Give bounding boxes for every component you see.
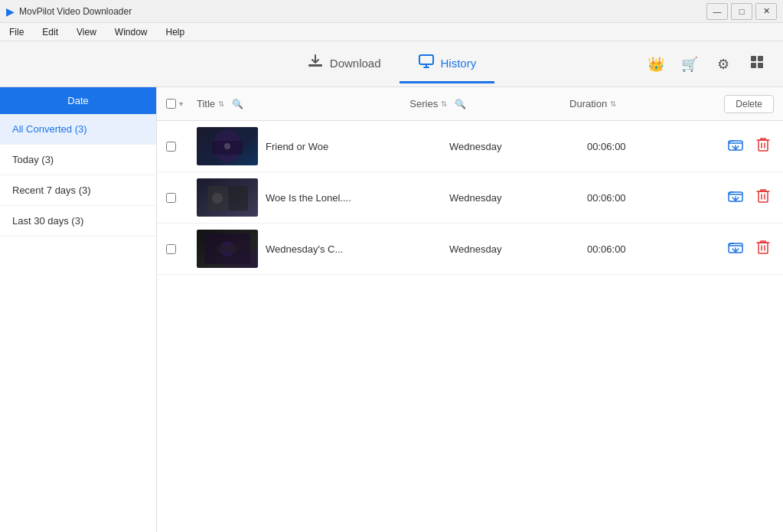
trash-icon (756, 137, 770, 155)
header-check: ▾ (166, 99, 197, 109)
row-3-checkbox[interactable] (166, 244, 176, 254)
close-button[interactable]: ✕ (755, 3, 777, 20)
svg-rect-11 (759, 140, 768, 151)
title-sort-icon[interactable]: ⇅ (218, 100, 224, 108)
settings-button[interactable]: ⚙ (710, 51, 737, 78)
row-3-series: Wednesday (449, 243, 587, 255)
menu-view[interactable]: View (73, 25, 100, 39)
table-row: Woe Is the Lonel.... Wednesday 00:06:00 (157, 172, 783, 224)
folder-open-icon (728, 137, 743, 155)
row-1-delete-button[interactable] (752, 135, 774, 157)
header-title: Title ⇅ 🔍 (197, 98, 409, 109)
download-icon (307, 53, 324, 73)
row-1-title: Friend or Woe (266, 141, 449, 152)
title-bar-left: ▶ MovPilot Video Downloader (6, 5, 132, 18)
row-3-actions (697, 238, 774, 259)
row-3-check (166, 244, 197, 254)
svg-rect-5 (758, 63, 763, 68)
chevron-down-icon: ▾ (179, 100, 183, 108)
trash-icon (756, 188, 770, 207)
row-3-thumbnail (197, 230, 258, 268)
row-3-duration: 00:06:00 (587, 243, 697, 255)
grid-icon (749, 54, 765, 73)
row-2-thumbnail (197, 178, 258, 217)
folder-open-icon (728, 240, 743, 258)
header-duration: Duration ⇅ (569, 98, 697, 109)
download-tab-label: Download (330, 57, 381, 70)
menu-window[interactable]: Window (112, 25, 151, 39)
svg-rect-1 (419, 55, 433, 64)
crown-icon: 👑 (648, 56, 664, 73)
title-bar: ▶ MovPilot Video Downloader — □ ✕ (0, 0, 783, 23)
maximize-icon: □ (739, 7, 745, 16)
minimize-icon: — (713, 7, 722, 16)
row-2-check (166, 193, 197, 203)
tab-history[interactable]: History (400, 45, 495, 83)
header-actions: Delete (697, 95, 774, 113)
sidebar-header: Date (0, 87, 156, 114)
nav-bar: Download History 👑 🛒 ⚙ (0, 41, 783, 87)
sidebar-item-last-30[interactable]: Last 30 days (3) (0, 206, 156, 237)
row-2-duration: 00:06:00 (587, 192, 697, 204)
select-all-checkbox[interactable] (166, 99, 176, 109)
grid-view-button[interactable] (743, 51, 771, 78)
menu-bar: File Edit View Window Help (0, 23, 783, 41)
table-row: Wednesday's C... Wednesday 00:06:00 (157, 224, 783, 275)
svg-rect-3 (758, 56, 763, 61)
history-tab-label: History (441, 57, 477, 70)
row-1-thumbnail (197, 127, 258, 165)
title-search-icon[interactable]: 🔍 (232, 99, 243, 109)
menu-edit[interactable]: Edit (39, 25, 61, 39)
maximize-button[interactable]: □ (731, 3, 752, 20)
nav-actions: 👑 🛒 ⚙ (642, 51, 771, 78)
close-icon: ✕ (763, 6, 770, 16)
app-icon: ▶ (6, 5, 15, 18)
row-2-delete-button[interactable] (752, 187, 774, 208)
duration-sort-icon[interactable]: ⇅ (610, 100, 616, 108)
row-2-open-folder-button[interactable] (725, 187, 746, 208)
row-3-delete-button[interactable] (752, 238, 774, 259)
svg-rect-4 (751, 63, 756, 68)
table-header: ▾ Title ⇅ 🔍 Series ⇅ 🔍 Duration ⇅ Delete (157, 87, 783, 121)
title-bar-controls: — □ ✕ (706, 3, 777, 20)
nav-tabs: Download History (289, 45, 494, 83)
crown-button[interactable]: 👑 (642, 51, 670, 78)
sidebar-item-today[interactable]: Today (3) (0, 145, 156, 175)
folder-open-icon (728, 188, 743, 207)
sidebar: Date All Converted (3) Today (3) Recent … (0, 87, 157, 532)
sidebar-item-all-converted[interactable]: All Converted (3) (0, 114, 156, 145)
row-2-checkbox[interactable] (166, 193, 176, 203)
row-2-series: Wednesday (449, 192, 587, 204)
row-3-open-folder-button[interactable] (725, 238, 746, 259)
row-2-title: Woe Is the Lonel.... (266, 192, 449, 204)
row-1-checkbox[interactable] (166, 142, 176, 152)
menu-file[interactable]: File (6, 25, 27, 39)
table-row: Friend or Woe Wednesday 00:06:00 (157, 121, 783, 172)
app-title: MovPilot Video Downloader (19, 6, 132, 17)
main-content: Date All Converted (3) Today (3) Recent … (0, 87, 783, 532)
header-series: Series ⇅ 🔍 (409, 98, 569, 109)
series-column-label: Series (409, 98, 438, 109)
row-1-actions (697, 135, 774, 157)
row-1-series: Wednesday (449, 141, 587, 152)
delete-button[interactable]: Delete (724, 95, 774, 113)
history-icon (418, 53, 435, 73)
svg-rect-21 (216, 245, 239, 253)
cart-button[interactable]: 🛒 (676, 51, 703, 78)
menu-help[interactable]: Help (163, 25, 188, 39)
trash-icon (756, 240, 770, 258)
row-2-actions (697, 187, 774, 208)
sidebar-item-recent-7[interactable]: Recent 7 days (3) (0, 175, 156, 206)
tab-download[interactable]: Download (289, 45, 400, 83)
gear-icon: ⚙ (717, 56, 729, 73)
series-sort-icon[interactable]: ⇅ (441, 100, 447, 108)
row-1-open-folder-button[interactable] (725, 135, 746, 157)
svg-rect-14 (229, 186, 248, 211)
row-3-title: Wednesday's C... (266, 243, 449, 255)
cart-icon: 🛒 (681, 56, 698, 73)
svg-point-15 (212, 193, 223, 204)
series-search-icon[interactable]: 🔍 (455, 99, 466, 109)
row-1-check (166, 142, 197, 152)
minimize-button[interactable]: — (706, 3, 728, 20)
content-area: ▾ Title ⇅ 🔍 Series ⇅ 🔍 Duration ⇅ Delete (157, 87, 783, 532)
